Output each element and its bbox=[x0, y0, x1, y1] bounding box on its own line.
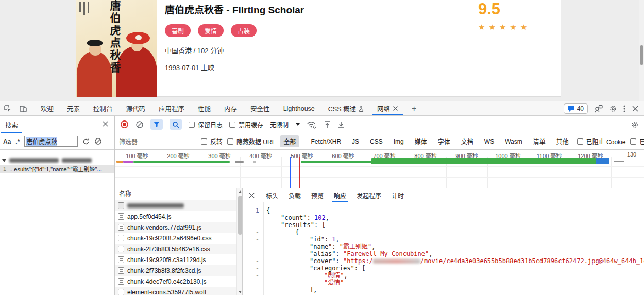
search-result-row[interactable]: 1 ...esults":[{"id":1,"name":"霸王别姬"... bbox=[0, 165, 114, 173]
request-row[interactable]: chunk-2f73b8f3.8f2fc3cd.js bbox=[115, 265, 242, 276]
detail-tab-预览[interactable]: 预览 bbox=[306, 188, 329, 202]
filter-toggle-icon[interactable] bbox=[150, 119, 163, 130]
clear-network-log-icon[interactable] bbox=[135, 120, 144, 129]
fold-marker[interactable]: - bbox=[243, 236, 263, 243]
devtools-tab-源代码[interactable]: 源代码 bbox=[120, 101, 152, 115]
request-row[interactable] bbox=[115, 200, 242, 211]
filter-chip-全部[interactable]: 全部 bbox=[280, 135, 299, 147]
fold-marker[interactable]: - bbox=[243, 272, 263, 279]
movie-tag[interactable]: 爱情 bbox=[198, 24, 224, 37]
request-row[interactable]: app.5ef0d454.js bbox=[115, 211, 242, 222]
filter-chip-JS[interactable]: JS bbox=[348, 136, 363, 147]
blocked-cookies-checkbox[interactable]: 已阻止 Cookie bbox=[577, 137, 626, 146]
preserve-log-checkbox[interactable]: 保留日志 bbox=[189, 120, 223, 129]
name-column-header[interactable]: 名称 bbox=[115, 188, 242, 200]
search-network-icon[interactable] bbox=[170, 119, 182, 130]
close-search-icon[interactable] bbox=[102, 120, 109, 127]
network-overview-timeline[interactable]: 100 毫秒200 毫秒300 毫秒400 毫秒500 毫秒600 毫秒700 … bbox=[115, 150, 644, 188]
devtools-tab-应用程序[interactable]: 应用程序 bbox=[152, 101, 191, 115]
devtools-tab-Lighthouse[interactable]: Lighthouse bbox=[277, 101, 321, 115]
code-text: "results": [ bbox=[263, 221, 326, 229]
throttling-dropdown[interactable]: 无限制 bbox=[270, 120, 300, 129]
devtools-tab-性能[interactable]: 性能 bbox=[191, 101, 217, 115]
response-viewer[interactable]: 1{-"count": 102,-"results": [-{-"id": 1,… bbox=[243, 202, 644, 295]
fold-marker[interactable]: - bbox=[243, 279, 263, 286]
request-row[interactable]: chunk-4dec7ef0.e4c2b130.js bbox=[115, 276, 242, 287]
devtools-tab-网络[interactable]: 网络 bbox=[370, 101, 405, 115]
network-settings-gear-icon[interactable] bbox=[631, 120, 639, 129]
page-scrollbar[interactable] bbox=[639, 0, 644, 101]
request-row[interactable]: chunk-19c920f8.2a6496e0.css bbox=[115, 233, 242, 244]
tab-search[interactable]: 搜索 bbox=[0, 116, 23, 133]
page-scrollbar-thumb[interactable] bbox=[640, 45, 643, 65]
devtools-tab-CSS 概述[interactable]: CSS 概述 bbox=[321, 101, 370, 115]
fold-marker[interactable]: - bbox=[243, 265, 263, 272]
more-options-icon[interactable] bbox=[623, 105, 625, 113]
movie-tag[interactable]: 喜剧 bbox=[165, 24, 191, 37]
import-har-icon[interactable] bbox=[324, 120, 331, 129]
detail-tab-计时[interactable]: 计时 bbox=[386, 188, 409, 202]
new-tab-button[interactable]: + bbox=[405, 101, 423, 115]
disable-cache-checkbox[interactable]: 禁用缓存 bbox=[229, 120, 263, 129]
match-case-button[interactable]: Aa bbox=[3, 138, 11, 145]
search-input[interactable]: 唐伯虎点秋 bbox=[24, 136, 78, 147]
filter-chip-清单[interactable]: 清单 bbox=[530, 135, 549, 147]
network-conditions-icon[interactable] bbox=[307, 120, 317, 129]
scroll-up-arrow[interactable] bbox=[237, 188, 243, 195]
console-messages-badge[interactable]: 40 bbox=[564, 103, 588, 114]
fold-marker[interactable]: - bbox=[243, 214, 263, 221]
clear-search-icon[interactable] bbox=[94, 137, 102, 145]
request-row[interactable]: chunk-vendors.77daf991.js bbox=[115, 222, 242, 233]
export-har-icon[interactable] bbox=[337, 120, 345, 129]
hide-data-urls-checkbox[interactable]: 隐藏数据 URL bbox=[227, 137, 275, 146]
filter-chip-Img[interactable]: Img bbox=[390, 136, 408, 147]
filter-chip-Wasm[interactable]: Wasm bbox=[501, 136, 526, 147]
request-list-scrollbar[interactable] bbox=[236, 188, 242, 295]
filter-chip-其他[interactable]: 其他 bbox=[553, 135, 572, 147]
filter-chip-媒体[interactable]: 媒体 bbox=[411, 135, 431, 147]
device-toolbar-button[interactable] bbox=[15, 101, 31, 115]
feedback-icon[interactable] bbox=[594, 105, 603, 113]
close-tab-icon[interactable] bbox=[393, 106, 398, 111]
devtools-tab-控制台[interactable]: 控制台 bbox=[87, 101, 120, 115]
request-row[interactable]: chunk-19c920f8.c3a1129d.js bbox=[115, 254, 242, 265]
devtools-tab-元素[interactable]: 元素 bbox=[60, 101, 87, 115]
devtools-tab-内存[interactable]: 内存 bbox=[217, 101, 244, 115]
filter-chip-字体[interactable]: 字体 bbox=[434, 135, 454, 147]
search-result-group[interactable] bbox=[0, 156, 114, 165]
close-devtools-icon[interactable] bbox=[632, 105, 639, 112]
detail-tabs: 标头负载预览响应发起程序计时 bbox=[243, 188, 644, 202]
refresh-search-icon[interactable] bbox=[82, 138, 90, 145]
devtools-tab-欢迎[interactable]: 欢迎 bbox=[34, 101, 60, 115]
filter-chip-Fetch/XHR[interactable]: Fetch/XHR bbox=[307, 136, 345, 147]
fold-marker[interactable]: - bbox=[243, 257, 263, 265]
fold-marker[interactable]: - bbox=[243, 221, 263, 229]
request-row[interactable]: chunk-2f73b8f3.5b462e16.css bbox=[115, 244, 242, 254]
detail-tab-发起程序[interactable]: 发起程序 bbox=[351, 188, 386, 202]
scrollbar-thumb[interactable] bbox=[238, 196, 242, 235]
line-number[interactable]: 1 bbox=[243, 207, 263, 214]
request-row[interactable]: element-icons.535977f5.woff bbox=[115, 287, 242, 295]
filter-chip-文档[interactable]: 文档 bbox=[457, 135, 477, 147]
fold-marker[interactable]: - bbox=[243, 243, 263, 250]
detail-tab-响应[interactable]: 响应 bbox=[329, 188, 351, 202]
close-detail-icon[interactable] bbox=[243, 192, 261, 199]
settings-gear-icon[interactable] bbox=[609, 105, 617, 113]
filter-chip-CSS[interactable]: CSS bbox=[366, 136, 386, 147]
regex-button[interactable]: .* bbox=[15, 138, 20, 145]
movie-tag[interactable]: 古装 bbox=[231, 24, 257, 37]
devtools-tab-安全性[interactable]: 安全性 bbox=[244, 101, 277, 115]
scroll-down-arrow[interactable] bbox=[237, 289, 243, 295]
blocked-requests-checkbox[interactable]: 已阻止请求 bbox=[630, 137, 644, 146]
invert-filter-checkbox[interactable]: 反转 bbox=[201, 137, 223, 146]
detail-tab-标头[interactable]: 标头 bbox=[261, 188, 283, 202]
filter-chip-WS[interactable]: WS bbox=[481, 136, 498, 147]
expander-triangle-icon[interactable] bbox=[2, 159, 6, 162]
inspect-element-button[interactable] bbox=[0, 101, 15, 115]
fold-marker[interactable]: - bbox=[243, 250, 263, 257]
fold-marker[interactable]: - bbox=[243, 229, 263, 236]
fold-marker[interactable]: - bbox=[243, 286, 263, 293]
detail-tab-负载[interactable]: 负载 bbox=[283, 188, 306, 202]
record-network-log-icon[interactable] bbox=[120, 120, 129, 129]
filter-input[interactable]: 筛选器 bbox=[119, 137, 196, 146]
